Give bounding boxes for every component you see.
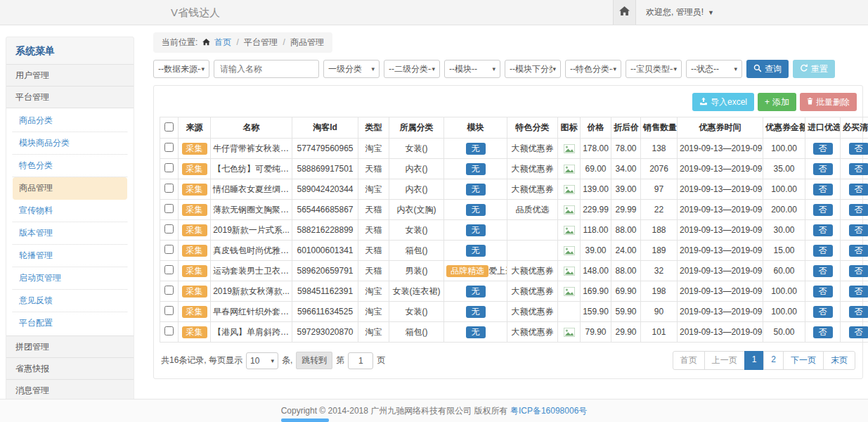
page-button-1[interactable]: 1 — [744, 351, 765, 370]
sidebar-item-启动页管理[interactable]: 启动页管理 — [13, 267, 127, 290]
must-buy-toggle[interactable]: 否 — [849, 163, 868, 175]
import-select-toggle[interactable]: 否 — [813, 204, 833, 216]
row-checkbox[interactable] — [164, 224, 174, 234]
sidebar-item-模块商品分类[interactable]: 模块商品分类 — [13, 132, 127, 155]
module-badge[interactable]: 无 — [466, 143, 486, 155]
special-category: 大额优惠券 — [507, 261, 558, 281]
category: 内衣(文胸) — [389, 200, 444, 220]
row-checkbox[interactable] — [164, 184, 174, 193]
row-checkbox[interactable] — [164, 143, 174, 152]
sidebar-item-平台配置[interactable]: 平台配置 — [13, 312, 127, 334]
import-excel-button[interactable]: 导入excel — [692, 93, 754, 111]
special-category: 品质优选 — [507, 200, 558, 220]
icon-cell — [558, 302, 581, 322]
batch-delete-button[interactable]: 批量删除 — [800, 93, 857, 111]
sidebar-section-消息管理[interactable]: 消息管理 — [6, 379, 134, 401]
filter-select-7[interactable]: --宝贝类型--▾ — [626, 60, 682, 78]
page-button-末页[interactable]: 末页 — [823, 351, 855, 370]
module-badge[interactable]: 无 — [466, 204, 486, 216]
import-select-toggle[interactable]: 否 — [813, 143, 833, 155]
sidebar-item-轮播管理[interactable]: 轮播管理 — [13, 245, 127, 267]
page-button-下一页[interactable]: 下一页 — [783, 351, 824, 370]
jump-to-button[interactable]: 跳转到 — [296, 352, 332, 369]
per-page-select[interactable]: 10 ▾ — [246, 352, 278, 369]
import-select-toggle[interactable]: 否 — [813, 265, 833, 277]
query-button[interactable]: 查询 — [746, 60, 789, 78]
row-checkbox[interactable] — [164, 306, 174, 315]
row-checkbox[interactable] — [164, 163, 174, 172]
filter-select-8[interactable]: --状态--▾ — [686, 60, 742, 78]
select-all-checkbox[interactable] — [164, 122, 174, 132]
must-buy-toggle[interactable]: 否 — [849, 184, 868, 196]
import-select-toggle[interactable]: 否 — [813, 224, 833, 236]
filter-select-0[interactable]: --数据来源--▾ — [153, 60, 209, 78]
reset-button[interactable]: 重置 — [793, 60, 835, 78]
import-select-toggle[interactable]: 否 — [813, 326, 833, 338]
module-badge[interactable]: 无 — [466, 286, 486, 298]
filter-select-2[interactable]: 一级分类▾ — [323, 60, 380, 78]
add-button[interactable]: + 添加 — [758, 93, 796, 111]
home-button[interactable] — [613, 0, 636, 25]
sidebar-section-用户管理[interactable]: 用户管理 — [6, 64, 134, 86]
column-header-来源: 来源 — [179, 117, 211, 139]
module-badge[interactable]: 无 — [466, 245, 486, 257]
filter-select-4[interactable]: --模块--▾ — [444, 60, 500, 78]
row-checkbox[interactable] — [164, 204, 174, 213]
special-category: 大额优惠券 — [507, 159, 558, 179]
icp-link[interactable]: 粤ICP备16098006号 — [510, 405, 587, 417]
name-search-input[interactable] — [214, 60, 319, 78]
coupon-time: 2019-09-13—2019-09-18 — [678, 322, 763, 343]
must-buy-toggle[interactable]: 否 — [849, 265, 868, 277]
import-select-toggle[interactable]: 否 — [813, 286, 833, 298]
sidebar-section-省惠快报[interactable]: 省惠快报 — [6, 357, 134, 379]
user-menu[interactable]: 欢迎您, 管理员! ▼ — [636, 0, 868, 25]
must-buy-toggle[interactable]: 否 — [849, 224, 868, 236]
sidebar-item-版本管理[interactable]: 版本管理 — [13, 222, 127, 245]
module-badge[interactable]: 品牌精选 — [446, 265, 488, 277]
sidebar-item-意见反馈[interactable]: 意见反馈 — [13, 290, 127, 312]
module-cell: 无 — [444, 220, 507, 241]
module-badge[interactable]: 无 — [466, 224, 486, 236]
module-badge[interactable]: 无 — [466, 184, 486, 196]
import-select-toggle[interactable]: 否 — [813, 163, 833, 175]
page-number-input[interactable] — [348, 352, 373, 369]
row-checkbox[interactable] — [164, 286, 174, 295]
must-buy-toggle[interactable]: 否 — [849, 306, 868, 318]
module-badge[interactable]: 无 — [466, 326, 486, 338]
page-label-suffix: 页 — [377, 354, 385, 366]
sidebar-item-宣传物料[interactable]: 宣传物料 — [13, 200, 127, 222]
module-badge[interactable]: 无 — [466, 163, 486, 175]
must-buy-toggle[interactable]: 否 — [849, 143, 868, 155]
import-select-cell: 否 — [805, 322, 841, 343]
import-select-toggle[interactable]: 否 — [813, 306, 833, 318]
caret-down-icon: ▾ — [734, 65, 737, 72]
row-checkbox[interactable] — [164, 326, 174, 335]
page-button-2[interactable]: 2 — [763, 351, 784, 370]
checkbox-cell — [160, 200, 179, 220]
filter-select-3[interactable]: --二级分类--▾ — [384, 60, 440, 78]
sidebar-section-拼团管理[interactable]: 拼团管理 — [6, 335, 134, 357]
must-buy-toggle[interactable]: 否 — [849, 326, 868, 338]
filter-select-6[interactable]: --特色分类--▾ — [565, 60, 621, 78]
row-checkbox[interactable] — [164, 265, 174, 274]
import-select-toggle[interactable]: 否 — [813, 184, 833, 196]
sidebar-section-平台管理[interactable]: 平台管理 — [6, 86, 134, 108]
must-buy-cell: 否 — [841, 261, 868, 281]
caret-down-icon: ▾ — [673, 65, 677, 72]
module-cell: 无 — [444, 281, 507, 302]
horizontal-scrollbar-thumb[interactable] — [281, 418, 329, 422]
sidebar-item-商品分类[interactable]: 商品分类 — [13, 110, 127, 132]
row-checkbox[interactable] — [164, 245, 174, 254]
page-button-首页[interactable]: 首页 — [673, 351, 705, 370]
taoke-id: 596611634525 — [292, 302, 358, 322]
must-buy-toggle[interactable]: 否 — [849, 245, 868, 257]
must-buy-toggle[interactable]: 否 — [849, 204, 868, 216]
breadcrumb-home-link[interactable]: 首页 — [214, 37, 231, 47]
filter-select-5[interactable]: --模块下分类--▾ — [505, 60, 561, 78]
sidebar-item-商品管理[interactable]: 商品管理 — [13, 177, 127, 200]
must-buy-toggle[interactable]: 否 — [849, 286, 868, 298]
sidebar-item-特色分类[interactable]: 特色分类 — [13, 155, 127, 177]
module-badge[interactable]: 无 — [466, 306, 486, 318]
page-button-上一页[interactable]: 上一页 — [704, 351, 745, 370]
import-select-toggle[interactable]: 否 — [813, 245, 833, 257]
